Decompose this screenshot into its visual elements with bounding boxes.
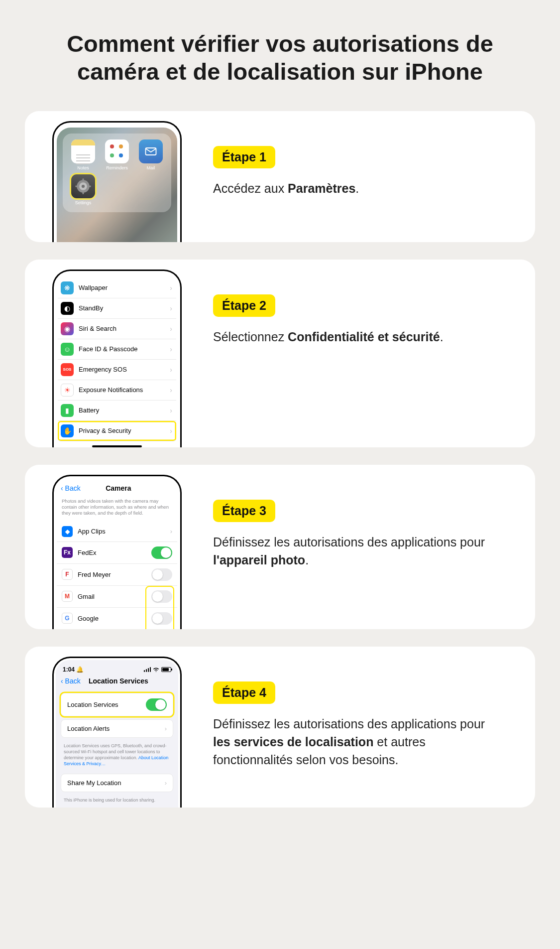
step-badge: Étape 2 <box>213 294 275 317</box>
status-bar: 1:04 🔔 <box>57 663 177 674</box>
phone-mock-step4: 1:04 🔔 ‹ Back Location Services Location… <box>52 657 182 808</box>
row-icon: ❋ <box>61 281 74 294</box>
step-badge: Étape 4 <box>213 681 275 704</box>
app-reminders[interactable]: Reminders <box>102 139 132 170</box>
phone-mock-step1: Notes Reminders Mail <box>52 121 182 242</box>
app-name: Google <box>78 615 99 622</box>
chevron-right-icon: › <box>170 325 172 333</box>
svg-point-1 <box>77 180 90 193</box>
svg-point-2 <box>79 182 87 190</box>
permission-toggle[interactable] <box>151 546 172 559</box>
location-alerts-row[interactable]: Location Alerts› <box>61 720 173 737</box>
app-mail[interactable]: Mail <box>135 139 166 170</box>
row-icon: ◉ <box>61 322 74 335</box>
chevron-right-icon: › <box>170 304 172 312</box>
svg-rect-7 <box>88 185 91 187</box>
step-desc: Définissez les autorisations des applica… <box>213 533 505 569</box>
row-label: Face ID & Passcode <box>79 345 138 353</box>
settings-row[interactable]: ☺Face ID & Passcode› <box>58 339 176 360</box>
home-indicator <box>92 445 142 447</box>
step-4-card: 1:04 🔔 ‹ Back Location Services Location… <box>25 647 535 808</box>
app-icon: M <box>62 591 73 602</box>
svg-point-3 <box>82 185 85 188</box>
step-desc: Définissez les autorisations des applica… <box>213 715 505 769</box>
camera-title: Camera <box>64 484 173 492</box>
app-icon: Fx <box>62 547 73 558</box>
svg-rect-6 <box>75 185 78 187</box>
page-title: Comment vérifier vos autorisations de ca… <box>25 30 535 86</box>
app-name: Fred Meyer <box>78 571 111 578</box>
row-icon: ☺ <box>61 343 74 356</box>
step-1-card: Notes Reminders Mail <box>25 111 535 242</box>
app-name: FedEx <box>78 549 97 556</box>
app-permission-row[interactable]: GGoogle <box>57 607 177 629</box>
app-settings[interactable]: Settings <box>68 174 99 205</box>
row-icon: ✋ <box>61 424 74 437</box>
svg-rect-4 <box>83 178 84 181</box>
settings-row[interactable]: ◐StandBy› <box>58 298 176 319</box>
phone-mock-step2: ❋Wallpaper›◐StandBy›◉Siri & Search›☺Face… <box>52 270 182 447</box>
app-icon: ◆ <box>62 526 73 537</box>
row-label: StandBy <box>79 304 103 312</box>
chevron-right-icon: › <box>170 345 172 353</box>
settings-row[interactable]: ❋Wallpaper› <box>58 278 176 298</box>
wifi-icon <box>153 667 159 672</box>
svg-rect-5 <box>83 191 84 194</box>
chevron-right-icon: › <box>170 366 172 374</box>
step-desc: Sélectionnez Confidentialité et sécurité… <box>213 328 505 346</box>
row-icon: SOS <box>61 363 74 376</box>
permission-toggle[interactable] <box>151 612 172 625</box>
row-label: Siri & Search <box>79 325 116 332</box>
location-services-row[interactable]: Location Services <box>61 693 173 716</box>
location-footer: Location Services uses GPS, Bluetooth, a… <box>57 741 177 771</box>
phone-mock-step3: ‹ Back Camera Photos and videos taken wi… <box>52 475 182 629</box>
home-folder: Notes Reminders Mail <box>63 134 171 212</box>
location-toggle[interactable] <box>146 698 167 711</box>
row-icon: ▮ <box>61 404 74 417</box>
row-icon: ☀ <box>61 384 74 397</box>
row-label: Emergency SOS <box>79 366 127 373</box>
app-icon: G <box>62 613 73 624</box>
permission-toggle[interactable] <box>151 590 172 603</box>
settings-row[interactable]: ✋Privacy & Security› <box>58 421 176 441</box>
settings-row[interactable]: ▮Battery› <box>58 401 176 421</box>
app-permission-row[interactable]: FxFedEx <box>57 542 177 563</box>
chevron-right-icon: › <box>170 386 172 394</box>
chevron-right-icon: › <box>165 725 167 732</box>
chevron-right-icon: › <box>165 779 167 787</box>
chevron-right-icon: › <box>170 427 172 435</box>
location-title: Location Services <box>64 677 173 685</box>
row-label: Privacy & Security <box>79 427 131 434</box>
svg-rect-0 <box>146 148 156 155</box>
app-name: Gmail <box>78 593 95 600</box>
camera-note: Photos and videos taken with the camera … <box>57 497 177 522</box>
step-desc: Accédez aux Paramètres. <box>213 179 505 197</box>
battery-icon <box>161 667 171 672</box>
row-label: Exposure Notifications <box>79 386 143 394</box>
chevron-right-icon: › <box>170 407 172 414</box>
app-permission-row[interactable]: FFred Meyer <box>57 563 177 585</box>
share-footer: This iPhone is being used for location s… <box>57 795 177 807</box>
share-location-row[interactable]: Share My Location› <box>61 774 173 792</box>
app-permission-row[interactable]: MGmail <box>57 585 177 607</box>
row-label: Battery <box>79 407 99 414</box>
row-icon: ◐ <box>61 302 74 315</box>
mail-icon <box>139 139 163 163</box>
settings-row[interactable]: ☀Exposure Notifications› <box>58 380 176 401</box>
app-notes[interactable]: Notes <box>68 139 99 170</box>
chevron-right-icon: › <box>170 284 172 292</box>
row-label: Wallpaper <box>79 284 108 291</box>
permission-toggle[interactable] <box>151 568 172 581</box>
app-icon: F <box>62 569 73 580</box>
step-badge: Étape 3 <box>213 500 275 522</box>
settings-row[interactable]: ◉Siri & Search› <box>58 319 176 339</box>
step-2-card: ❋Wallpaper›◐StandBy›◉Siri & Search›☺Face… <box>25 260 535 447</box>
app-permission-row[interactable]: ◆App Clips› <box>57 522 177 542</box>
chevron-right-icon: › <box>170 528 172 535</box>
step-3-card: ‹ Back Camera Photos and videos taken wi… <box>25 465 535 629</box>
step-badge: Étape 1 <box>213 146 275 168</box>
settings-row[interactable]: SOSEmergency SOS› <box>58 360 176 380</box>
settings-icon <box>71 174 95 198</box>
notes-icon <box>71 139 95 163</box>
signal-icon <box>144 667 151 672</box>
